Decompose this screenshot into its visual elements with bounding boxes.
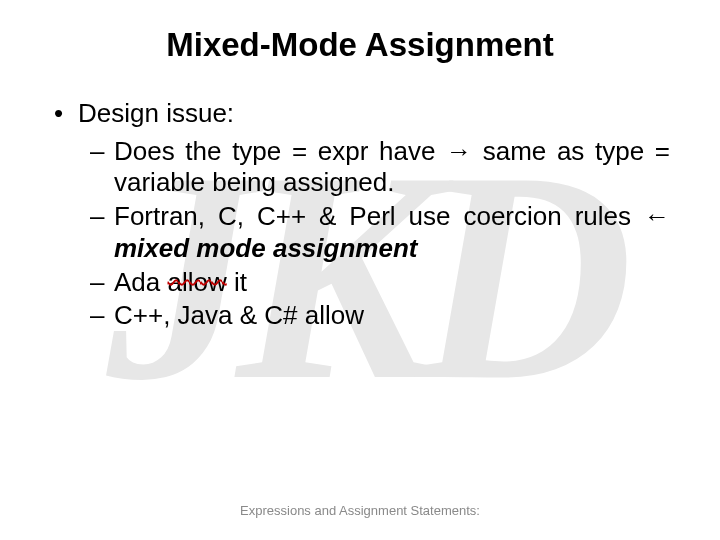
bullet-level2-item1: Does the type = expr have → same as type… (50, 136, 670, 199)
slide-footer: Expressions and Assignment Statements: (0, 503, 720, 518)
bullet1-text: Design issue: (78, 98, 234, 128)
sub4-text: C++, Java & C# allow (114, 300, 364, 330)
bullet-level2-item2: Fortran, C, C++ & Perl use coercion rule… (50, 201, 670, 264)
slide: JKD Mixed-Mode Assignment Design issue: … (0, 0, 720, 540)
sub3-part-a: Ada (114, 267, 168, 297)
sub2-part-a: Fortran, C, C++ & Perl use coercion rule… (114, 201, 644, 231)
bullet-level1: Design issue: (50, 98, 670, 130)
sub3-part-b: it (227, 267, 247, 297)
slide-body: Design issue: Does the type = expr have … (0, 64, 720, 332)
bullet-level2-item3: Ada allow it (50, 267, 670, 299)
slide-content: Mixed-Mode Assignment Design issue: Does… (0, 0, 720, 332)
sub2-emphasis: mixed mode assignment (114, 233, 417, 263)
slide-title: Mixed-Mode Assignment (0, 0, 720, 64)
bullet-level2-item4: C++, Java & C# allow (50, 300, 670, 332)
sub1-part-a: Does the type = expr have (114, 136, 446, 166)
sub3-strike: allow (168, 267, 227, 297)
right-arrow-icon: → (446, 136, 472, 166)
left-arrow-icon: ← (644, 201, 670, 231)
